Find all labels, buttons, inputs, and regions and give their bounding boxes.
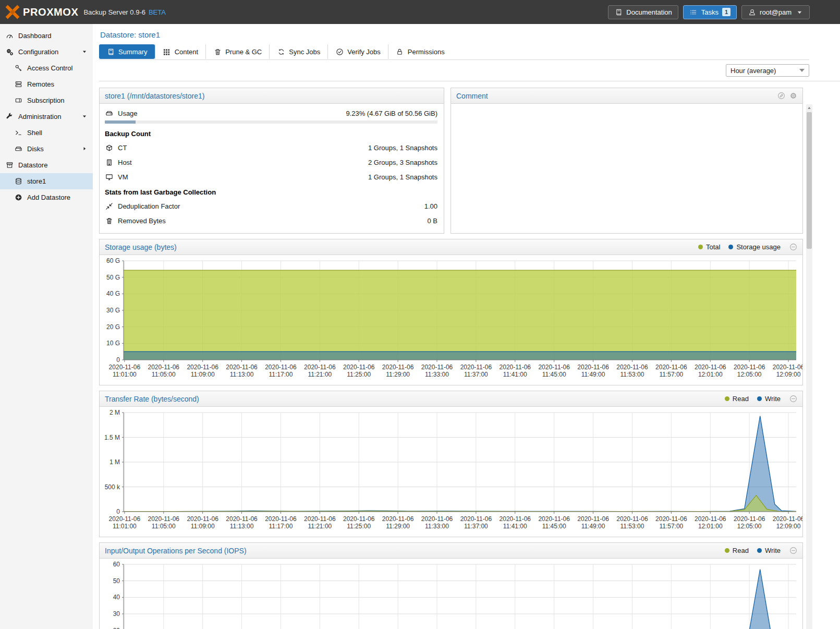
legend-item-write[interactable]: Write [757,395,781,403]
documentation-button[interactable]: Documentation [608,5,678,19]
sidebar-item-datastore[interactable]: Datastore [0,157,93,173]
svg-text:2020-11-06: 2020-11-06 [109,515,141,523]
chart-panel-header: Input/Output Operations per Second (IOPS… [100,543,802,559]
grid-icon [163,47,171,56]
hdd-icon [105,109,113,117]
sidebar-item-add-datastore[interactable]: Add Datastore [0,189,93,205]
legend-item-read[interactable]: Read [725,547,749,554]
sidebar-item-subscription[interactable]: Subscription [0,92,93,108]
legend-item-write[interactable]: Write [757,547,781,554]
legend-dot [728,245,733,249]
legend-label: Storage usage [736,243,781,251]
legend-label: Write [765,395,781,403]
caret-down-icon[interactable] [80,112,89,120]
vertical-scrollbar[interactable] [806,104,812,629]
collapse-icon[interactable] [789,243,797,251]
svg-text:12:01:00: 12:01:00 [698,371,723,378]
building-icon [105,158,113,166]
svg-text:2020-11-06: 2020-11-06 [148,364,180,371]
svg-text:30 G: 30 G [106,307,120,314]
svg-text:2020-11-06: 2020-11-06 [577,364,609,371]
chart-title: Storage usage (bytes) [105,243,177,251]
svg-text:2020-11-06: 2020-11-06 [655,364,687,371]
svg-text:11:45:00: 11:45:00 [542,523,566,530]
scroll-up-arrow[interactable] [806,104,812,111]
lock-icon [396,47,404,56]
svg-text:2020-11-06: 2020-11-06 [148,515,180,523]
tab-content[interactable]: Content [155,44,206,59]
sidebar-item-administration[interactable]: Administration [0,108,93,125]
datastore-summary-title: store1 (/mnt/datastores/store1) [105,92,204,100]
legend-dot [725,396,729,401]
svg-text:11:33:00: 11:33:00 [425,523,449,530]
svg-text:30: 30 [113,610,120,618]
comment-panel-header: Comment [451,88,802,104]
gears-icon [5,48,14,56]
tab-label: Prune & GC [225,48,262,56]
caret-right-icon[interactable] [80,144,89,153]
time-range-select[interactable]: Hour (average) [726,64,809,77]
svg-text:2020-11-06: 2020-11-06 [616,515,648,523]
user-menu-button[interactable]: root@pam [741,5,810,19]
sidebar-item-access-control[interactable]: Access Control [0,60,93,76]
gear-icon[interactable] [789,92,797,100]
product-name: Backup Server 0.9-6 [83,8,145,16]
trash-icon [213,47,222,56]
svg-text:2020-11-06: 2020-11-06 [695,364,726,371]
svg-text:2020-11-06: 2020-11-06 [538,515,570,523]
tasks-button[interactable]: Tasks 1 [683,5,737,19]
tab-prune-gc[interactable]: Prune & GC [205,44,269,59]
tab-permissions[interactable]: Permissions [388,44,452,59]
svg-text:2020-11-06: 2020-11-06 [265,364,297,371]
user-label: root@pam [760,8,792,16]
svg-text:60 G: 60 G [106,257,120,264]
legend-item-read[interactable]: Read [725,395,749,403]
gauge-icon [5,32,14,40]
sidebar-item-store1[interactable]: store1 [0,173,93,189]
caret-down-icon[interactable] [80,47,89,56]
edit-icon[interactable] [777,92,785,100]
scrollbar-thumb[interactable] [807,112,812,249]
legend-item-storage-usage[interactable]: Storage usage [728,243,781,251]
svg-text:11:17:00: 11:17:00 [269,523,293,530]
svg-text:40 G: 40 G [106,290,120,297]
svg-text:1 M: 1 M [109,458,120,466]
sidebar-item-configuration[interactable]: Configuration [0,44,93,60]
legend-label: Total [706,243,720,251]
tab-summary[interactable]: Summary [99,44,155,59]
legend-label: Read [733,547,749,554]
sidebar-item-disks[interactable]: Disks [0,141,93,157]
chart-legend: ReadWrite [725,395,797,403]
beta-link[interactable]: BETA [149,8,166,16]
sidebar-item-label: Datastore [18,161,47,169]
wrench-icon [5,113,14,121]
collapse-icon[interactable] [789,547,797,555]
svg-text:11:45:00: 11:45:00 [542,371,566,378]
sidebar-item-label: Configuration [18,48,58,56]
toolbar: Hour (average) [99,60,840,81]
svg-text:2020-11-06: 2020-11-06 [304,364,336,371]
svg-text:0: 0 [116,356,120,364]
svg-text:11:53:00: 11:53:00 [620,523,644,530]
page-title: Datastore: store1 [93,24,840,44]
hdd-icon [14,145,22,153]
svg-text:11:13:00: 11:13:00 [230,523,254,530]
svg-text:40: 40 [113,594,120,601]
terminal-icon [14,129,22,137]
svg-text:11:49:00: 11:49:00 [581,371,605,378]
sidebar-item-dashboard[interactable]: Dashboard [0,28,93,44]
stat-label: Host [118,159,132,166]
tab-sync-jobs[interactable]: Sync Jobs [269,44,327,59]
time-range-value: Hour (average) [731,67,776,75]
sidebar-item-remotes[interactable]: Remotes [0,76,93,92]
tab-verify-jobs[interactable]: Verify Jobs [327,44,388,59]
legend-item-total[interactable]: Total [698,243,720,251]
svg-text:11:01:00: 11:01:00 [113,523,137,530]
svg-text:50: 50 [113,577,120,585]
top-bar: PROXMOX Backup Server 0.9-6 BETA Documen… [0,0,840,24]
collapse-icon[interactable] [789,395,797,403]
archive-icon [5,161,14,170]
tab-label: Content [175,48,199,56]
svg-text:12:09:00: 12:09:00 [776,523,801,530]
sidebar-item-shell[interactable]: Shell [0,125,93,141]
